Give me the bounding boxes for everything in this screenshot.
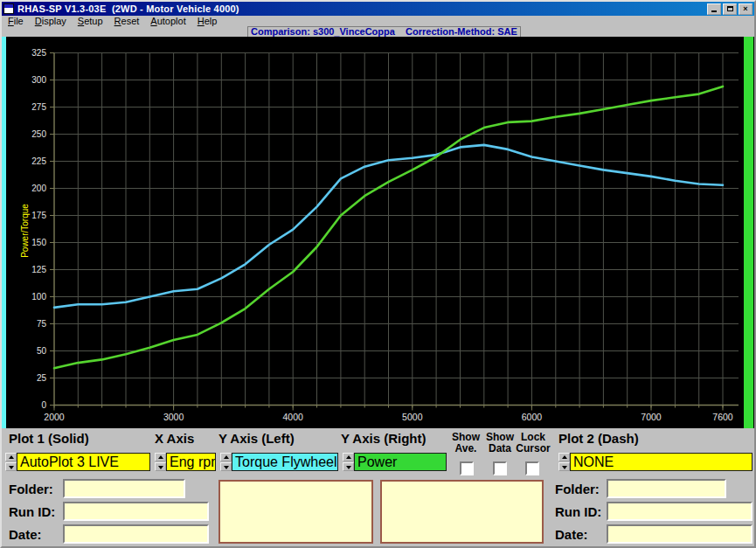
y-left-spinner [220, 453, 232, 471]
spin-down-icon[interactable] [155, 462, 166, 471]
svg-text:5000: 5000 [402, 412, 423, 422]
spin-up-icon[interactable] [343, 453, 354, 461]
lock-cursor-checkbox[interactable] [525, 461, 539, 475]
svg-text:225: 225 [31, 156, 46, 166]
close-button[interactable]: × [739, 3, 753, 15]
window-title: RHAS-SP V1.3-03E (2WD - Motor Vehicle 40… [17, 3, 707, 14]
date-label-left: Date: [9, 527, 42, 542]
svg-text:25: 25 [37, 373, 47, 383]
spin-up-icon[interactable] [558, 453, 570, 461]
svg-text:200: 200 [31, 184, 46, 193]
spin-up-icon[interactable] [155, 453, 166, 461]
spin-up-icon[interactable] [5, 453, 17, 461]
x-axis-value[interactable]: Eng rpm [166, 453, 216, 471]
svg-text:7600: 7600 [712, 412, 733, 422]
left-axis-accent-bar [2, 37, 6, 428]
svg-text:6000: 6000 [522, 412, 543, 422]
svg-text:0: 0 [41, 400, 46, 410]
notes-panel-left[interactable] [218, 480, 373, 544]
show-data-checkbox[interactable] [493, 461, 507, 475]
spin-down-icon[interactable] [220, 462, 232, 471]
folder-field-right[interactable] [607, 479, 726, 498]
app-window: RHAS-SP V1.3-03E (2WD - Motor Vehicle 40… [0, 0, 756, 548]
y-right-value[interactable]: Power [354, 453, 447, 471]
app-icon [3, 3, 14, 14]
svg-text:2000: 2000 [44, 412, 65, 422]
menu-bar: File Display Setup Reset Autoplot Help [2, 16, 754, 26]
menu-setup[interactable]: Setup [73, 16, 109, 26]
svg-text:3000: 3000 [163, 412, 184, 422]
title-bar[interactable]: RHAS-SP V1.3-03E (2WD - Motor Vehicle 40… [2, 2, 754, 16]
plot1-spinner [5, 453, 17, 471]
minimize-icon [711, 10, 717, 12]
plot2-value[interactable]: NONE [570, 453, 753, 471]
notes-panel-right[interactable] [380, 480, 544, 544]
right-axis-accent-bar [744, 37, 753, 428]
menu-file[interactable]: File [3, 16, 30, 26]
minimize-button[interactable] [707, 3, 721, 15]
svg-text:275: 275 [31, 102, 46, 112]
folder-label-right: Folder: [555, 482, 600, 496]
plot1-value[interactable]: AutoPlot 3 LIVE [17, 453, 150, 471]
plot2-spinner [558, 453, 570, 471]
y-right-spinner [343, 453, 354, 471]
date-field-left[interactable] [63, 524, 209, 544]
restore-icon [727, 6, 733, 11]
y-left-label: Y Axis (Left) [218, 431, 295, 446]
menu-reset[interactable]: Reset [109, 16, 146, 26]
y-right-label: Y Axis (Right) [341, 431, 427, 446]
svg-text:250: 250 [31, 129, 46, 139]
plot2-label: Plot 2 (Dash) [558, 431, 639, 446]
run-id-label-left: Run ID: [9, 504, 55, 519]
spin-up-icon[interactable] [220, 453, 232, 461]
chart-canvas: 0255075100125150175200225250275300325200… [2, 37, 754, 428]
y-left-value[interactable]: Torque Flywheel [232, 453, 338, 471]
control-panel: Plot 1 (Solid) X Axis Y Axis (Left) Y Ax… [2, 428, 754, 546]
svg-text:75: 75 [37, 319, 47, 329]
svg-text:4000: 4000 [283, 412, 304, 422]
run-id-field-right[interactable] [607, 502, 753, 521]
run-id-label-right: Run ID: [555, 504, 601, 519]
folder-label-left: Folder: [9, 482, 53, 496]
show-ave-checkbox[interactable] [460, 461, 474, 475]
svg-text:175: 175 [31, 211, 46, 220]
x-axis-label: X Axis [155, 431, 194, 446]
header-strip: Comparison: s300_VinceCoppa Correction-M… [2, 26, 754, 37]
spin-down-icon[interactable] [558, 462, 570, 471]
date-label-right: Date: [555, 527, 588, 542]
lock-cursor-label: LockCursor [510, 432, 556, 454]
svg-text:7000: 7000 [641, 412, 662, 422]
menu-display[interactable]: Display [30, 16, 73, 26]
x-axis-spinner [155, 453, 166, 471]
folder-field-left[interactable] [63, 479, 185, 498]
svg-text:125: 125 [31, 265, 46, 274]
restore-button[interactable] [723, 3, 737, 15]
svg-text:100: 100 [31, 292, 46, 302]
svg-text:300: 300 [31, 75, 46, 85]
y-axis-title: Power/Torque [20, 204, 30, 258]
svg-text:150: 150 [31, 238, 46, 247]
plot1-label: Plot 1 (Solid) [9, 431, 89, 446]
svg-text:325: 325 [31, 48, 46, 58]
close-icon: × [743, 4, 747, 13]
menu-autoplot[interactable]: Autoplot [145, 16, 191, 26]
spin-down-icon[interactable] [343, 462, 354, 471]
dyno-chart: 0255075100125150175200225250275300325200… [2, 37, 754, 428]
menu-help[interactable]: Help [192, 16, 224, 26]
svg-text:50: 50 [37, 346, 47, 356]
date-field-right[interactable] [607, 524, 753, 544]
run-id-field-left[interactable] [63, 502, 209, 521]
spin-down-icon[interactable] [5, 462, 17, 471]
